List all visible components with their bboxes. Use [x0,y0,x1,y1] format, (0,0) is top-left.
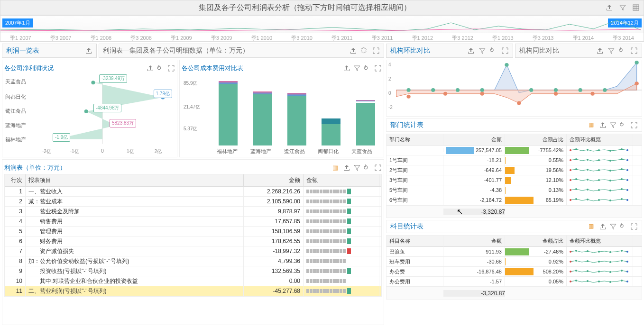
svg-point-37 [570,159,571,161]
export-icon[interactable] [350,47,357,54]
netprofit-chart[interactable]: 天蓝食品 闽都日化 鹭江食品 蓝海地产 福林地产 [4,74,175,155]
svg-point-76 [609,251,611,253]
table-row[interactable]: 4 销售费用17,657.85 [5,217,381,227]
page-title: 集团及各子公司利润表分析（拖动下方时间轴可选择相应期间） [4,3,606,13]
expand-icon[interactable] [630,223,638,230]
timeline-tick: 季3 2013 [523,33,563,42]
export-icon[interactable] [467,47,475,54]
filter-icon[interactable] [619,4,626,11]
table-row[interactable]: 巴浪鱼911.93-27.46% [386,247,642,257]
profit-table-title: 利润表（单位：万元） [4,164,332,172]
svg-rect-0 [633,5,639,10]
timeline-selector[interactable]: 2007年1月 2014年12月 季1 2007季3 2007季1 2008季3… [0,15,644,42]
svg-point-60 [587,189,589,191]
expand-icon[interactable] [374,164,382,172]
filter-icon[interactable] [607,47,615,54]
table-row[interactable]: 办公费用-1.570.05% [386,277,642,287]
table-row[interactable]: 3号车间-401.7712.10% [386,175,642,185]
svg-point-93 [570,281,571,282]
expand-icon[interactable] [372,47,380,54]
cost-bar[interactable] [356,103,375,145]
export-icon[interactable] [343,64,350,72]
table-row[interactable]: 班车费用-30.680.92% [386,257,642,267]
expand-icon[interactable] [630,47,638,54]
svg-point-88 [587,270,589,272]
settings-icon[interactable]: ⥁ [364,164,371,172]
timeline-tick: 季1 2007 [0,33,41,42]
svg-point-96 [598,281,600,282]
table-row[interactable]: 3 营业税金及附加9,878.97 [5,207,381,217]
export-icon[interactable] [599,121,607,129]
cost-bar[interactable] [253,94,272,145]
filter-icon[interactable] [353,164,361,172]
table-row[interactable]: 6号车间-2,164.7265.19% [386,195,642,205]
table-row[interactable]: 6 财务费用178,626.55 [5,236,381,246]
timeline-tick: 季3 2010 [282,33,322,42]
expand-icon[interactable] [630,121,638,129]
svg-point-79 [570,261,571,263]
table-row[interactable]: 257,547.05-7755.42% [386,145,642,155]
settings-icon[interactable]: ⥁ [620,121,627,129]
subject-title: 科目统计表 [390,222,589,231]
settings-icon[interactable]: ⥁ [157,64,165,72]
table-row[interactable]: 9 投资收益(亏损以"-"号填列)132,569.35 [5,266,381,276]
svg-point-57 [626,179,628,181]
columns-icon[interactable]: ▥ [332,164,340,172]
timeline-tick: 季1 2010 [242,33,282,42]
cost-bar[interactable] [322,124,340,145]
filter-icon[interactable] [609,223,617,230]
cost-chart[interactable]: 85.9亿 21.47亿 5.37亿 福林地产 蓝海地产 [182,74,382,155]
svg-point-68 [598,199,600,201]
expand-icon[interactable] [374,64,382,72]
mom-chart[interactable]: 4 2 0 -2 [386,60,642,117]
table-row[interactable]: 1一、营业收入2,268,216.26 [5,187,381,197]
table-row[interactable]: 10 其中:对联营企业和合伙企业的投资收益0.00 [5,276,381,286]
detail-title: 利润表—集团及各子公司明细数据（单位：万元） [103,46,350,55]
svg-point-58 [570,189,571,191]
export-icon[interactable] [85,47,92,54]
table-row[interactable]: 2号车间-649.6419.56% [386,165,642,175]
svg-point-75 [598,251,600,253]
export-icon[interactable] [343,164,350,172]
filter-icon[interactable] [353,64,361,72]
svg-point-21 [603,88,607,92]
svg-point-45 [575,168,577,170]
table-row[interactable]: 8加：公允价值变动收益(亏损以"-"号填列)4,799.36 [5,256,381,266]
cost-bar[interactable] [219,84,238,145]
svg-point-14 [431,88,435,92]
filter-icon[interactable] [478,47,486,54]
filter-icon[interactable] [609,121,617,129]
table-row[interactable]: 2减：营业成本2,105,590.00 [5,197,381,207]
svg-point-65 [570,199,571,201]
export-icon[interactable] [147,64,154,72]
svg-point-86 [570,271,571,272]
svg-point-74 [587,250,589,252]
table-row[interactable]: 11二、营业利润(亏损以"-"号填列)-45,277.68 [5,286,381,296]
svg-point-77 [621,250,623,252]
table-row[interactable]: 7 资产减值损失-18,997.32 [5,246,381,256]
expand-icon[interactable] [167,64,175,72]
grid-icon[interactable] [632,4,640,11]
settings-icon[interactable]: ⥁ [619,47,626,54]
timeline-tick: 季3 2012 [442,33,483,42]
settings-icon[interactable] [361,47,368,54]
svg-point-20 [579,88,582,92]
export-icon[interactable] [596,47,604,54]
cost-bar[interactable] [287,96,306,145]
expand-icon[interactable] [501,47,509,54]
svg-point-39 [587,159,589,161]
export-icon[interactable] [599,223,607,230]
columns-icon[interactable]: ▥ [589,223,596,230]
settings-icon[interactable]: ⥁ [490,47,497,54]
svg-point-53 [587,179,589,181]
columns-icon[interactable]: ▥ [589,121,596,129]
table-row[interactable]: 5号车间-4.380.13% [386,185,642,195]
table-row[interactable]: 1号车间-18.210.55% [386,155,642,165]
settings-icon[interactable]: ⥁ [620,223,627,230]
svg-point-56 [621,178,623,180]
table-row[interactable]: 办公费-16,876.48508.20% [386,267,642,277]
export-icon[interactable] [606,4,613,11]
settings-icon[interactable]: ⥁ [364,64,371,72]
svg-point-61 [598,189,600,191]
table-row[interactable]: 5 管理费用158,106.59 [5,227,381,236]
